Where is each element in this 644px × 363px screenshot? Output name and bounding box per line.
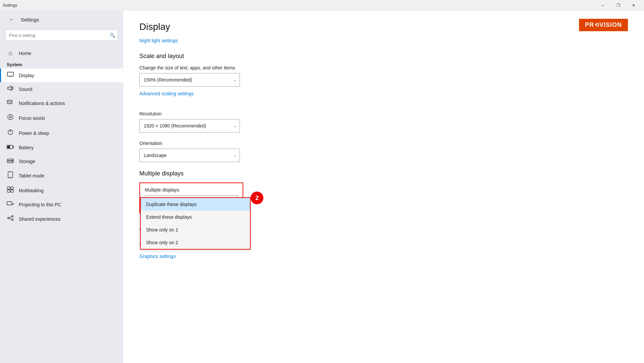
sidebar-item-label-sound: Sound: [19, 87, 32, 92]
sidebar-item-home[interactable]: ⌂ Home: [0, 46, 123, 60]
night-light-link[interactable]: Night light settings: [139, 38, 178, 43]
sidebar-item-battery[interactable]: Battery: [0, 141, 123, 154]
power-icon: [7, 129, 14, 137]
multiple-displays-area: Multiple displays Duplicate these displa…: [139, 183, 243, 213]
multitasking-icon: [7, 187, 14, 194]
svg-line-28: [9, 217, 12, 218]
logo-text2: VISION: [599, 21, 622, 29]
multiple-displays-popup: Duplicate these displays Extend these di…: [140, 197, 251, 250]
sidebar-item-notifications[interactable]: Notifications & actions: [0, 96, 123, 110]
titlebar-title: Settings: [3, 3, 17, 8]
sidebar-item-label-projecting: Projecting to this PC: [19, 202, 61, 207]
search-icon[interactable]: 🔍: [110, 33, 115, 38]
multiple-displays-container: Multiple displays Duplicate these displa…: [139, 183, 243, 213]
popup-item-extend[interactable]: Extend these displays: [141, 211, 250, 223]
popup-item-duplicate[interactable]: Duplicate these displays: [141, 198, 250, 211]
sidebar-item-label-storage: Storage: [19, 159, 35, 164]
sidebar-item-focus[interactable]: Focus assist: [0, 110, 123, 125]
scale-dropdown[interactable]: 100% 125% 150% (Recommended) 175% 200%: [139, 73, 240, 87]
popup-item-show1[interactable]: Show only on 1: [141, 223, 250, 236]
close-button[interactable]: ✕: [626, 0, 641, 11]
focus-icon: [7, 114, 14, 122]
app-body: ← Settings 🔍 ⌂ Home System Display: [0, 11, 644, 363]
svg-point-25: [8, 217, 9, 219]
svg-rect-14: [7, 159, 13, 161]
notifications-icon: [7, 99, 14, 107]
storage-icon: [7, 158, 14, 165]
svg-rect-22: [7, 190, 10, 192]
provision-logo: PR ⟳ VISION: [579, 19, 628, 31]
scale-dropdown-wrapper: 100% 125% 150% (Recommended) 175% 200% ⌄: [139, 73, 240, 87]
svg-rect-24: [7, 202, 12, 205]
svg-point-19: [10, 177, 11, 177]
resolution-dropdown-wrapper: 1920 × 1080 (Recommended) 1600 × 900 128…: [139, 119, 240, 133]
orientation-dropdown[interactable]: Landscape Portrait Landscape (flipped) P…: [139, 149, 240, 162]
sidebar-item-label-home: Home: [19, 51, 31, 56]
sidebar-item-power[interactable]: Power & sleep: [0, 125, 123, 141]
svg-rect-10: [7, 146, 10, 148]
logo-icon: ⟳: [594, 22, 599, 28]
maximize-button[interactable]: ❐: [610, 0, 626, 11]
sidebar-item-label-tablet: Tablet mode: [19, 173, 44, 178]
svg-point-6: [9, 116, 11, 118]
titlebar: Settings ─ ❐ ✕: [0, 0, 644, 11]
sidebar-item-sound[interactable]: Sound: [0, 82, 123, 96]
search-input[interactable]: [5, 30, 118, 41]
titlebar-controls: ─ ❐ ✕: [595, 0, 641, 11]
svg-point-26: [12, 216, 13, 217]
logo-text: PR: [585, 21, 594, 29]
sidebar-item-shared[interactable]: Shared experiences: [0, 211, 123, 226]
scale-section-heading: Scale and layout: [139, 53, 628, 60]
sidebar-item-label-power: Power & sleep: [19, 131, 49, 136]
projecting-icon: [7, 201, 14, 208]
svg-rect-0: [7, 72, 13, 76]
svg-rect-15: [7, 161, 13, 163]
home-icon: ⌂: [7, 50, 14, 57]
scale-field-label: Change the size of text, apps, and other…: [139, 65, 628, 70]
back-button[interactable]: ←: [7, 14, 17, 24]
sidebar-section-title: System: [0, 60, 123, 68]
svg-rect-20: [7, 187, 10, 189]
tablet-icon: [7, 171, 14, 180]
page-title: Display: [139, 21, 628, 32]
sidebar: ← Settings 🔍 ⌂ Home System Display: [0, 11, 123, 363]
sound-icon: [7, 86, 14, 93]
graphics-settings-link[interactable]: Graphics settings: [139, 254, 628, 259]
svg-point-5: [8, 114, 13, 120]
sidebar-item-label-battery: Battery: [19, 145, 34, 150]
resolution-dropdown[interactable]: 1920 × 1080 (Recommended) 1600 × 900 128…: [139, 119, 240, 133]
multiple-displays-heading: Multiple displays: [139, 170, 628, 177]
sidebar-item-multitasking[interactable]: Multitasking: [0, 183, 123, 198]
svg-point-27: [12, 219, 13, 221]
sidebar-item-label-notifications: Notifications & actions: [19, 101, 65, 106]
sidebar-header: ← Settings: [0, 11, 123, 28]
sidebar-item-tablet[interactable]: Tablet mode: [0, 168, 123, 183]
sidebar-item-label-focus: Focus assist: [19, 115, 45, 121]
sidebar-item-display[interactable]: Display: [0, 68, 123, 82]
battery-icon: [7, 144, 14, 151]
orientation-field-label: Orientation: [139, 141, 628, 146]
svg-rect-23: [11, 190, 13, 192]
svg-marker-3: [8, 86, 11, 91]
multiple-displays-label: Multiple displays: [145, 187, 238, 193]
sidebar-item-label-display: Display: [19, 73, 34, 78]
svg-line-29: [9, 218, 12, 219]
svg-point-16: [12, 160, 12, 160]
svg-rect-21: [11, 187, 13, 189]
search-box: 🔍: [5, 30, 118, 41]
sidebar-item-storage[interactable]: Storage: [0, 154, 123, 168]
svg-point-17: [12, 162, 12, 162]
popup-item-show2[interactable]: Show only on 2: [141, 236, 250, 249]
sidebar-item-label-multitasking: Multitasking: [19, 188, 44, 193]
resolution-field-label: Resolution: [139, 111, 628, 116]
sidebar-item-label-shared: Shared experiences: [19, 216, 61, 222]
shared-icon: [7, 215, 14, 223]
sidebar-item-projecting[interactable]: Projecting to this PC: [0, 198, 123, 211]
orientation-dropdown-wrapper: Landscape Portrait Landscape (flipped) P…: [139, 149, 240, 162]
main-content: PR ⟳ VISION Display Night light settings…: [123, 11, 644, 363]
advanced-scaling-link[interactable]: Advanced scaling settings: [139, 91, 194, 96]
badge-number: 2: [251, 192, 263, 204]
sidebar-app-title: Settings: [21, 17, 39, 22]
svg-rect-4: [7, 100, 12, 104]
minimize-button[interactable]: ─: [595, 0, 610, 11]
